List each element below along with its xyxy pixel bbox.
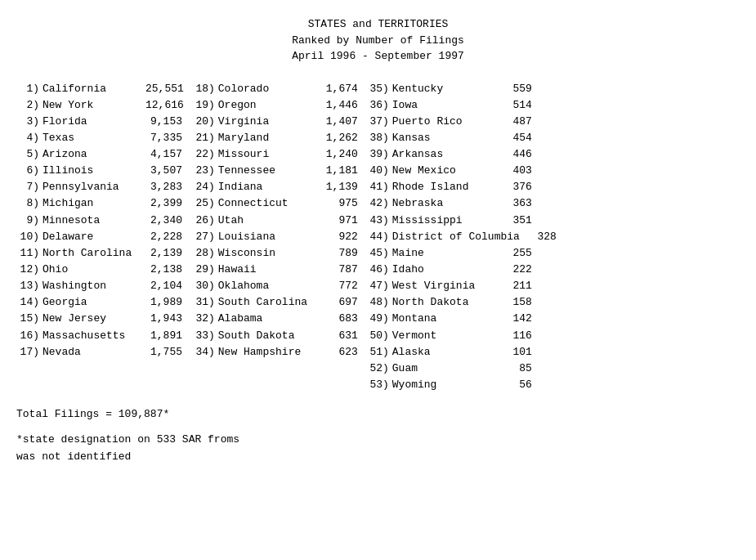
rank-cell: 47) <box>366 278 389 294</box>
table-row: 35)Kentucky559 <box>366 81 565 97</box>
count-cell: 2,228 <box>145 229 190 245</box>
rank-cell: 42) <box>366 195 389 212</box>
count-cell: 116 <box>495 328 540 344</box>
table-row: 37)Puerto Rico487 <box>366 114 565 130</box>
table-row: 20)Virginia1,407 <box>192 114 366 130</box>
state-cell: Arizona <box>39 146 145 163</box>
count-cell: 446 <box>495 146 540 163</box>
count-cell: 158 <box>495 294 540 311</box>
count-cell: 25,551 <box>145 81 192 97</box>
state-cell: Mississippi <box>389 213 495 229</box>
count-cell: 363 <box>495 195 540 212</box>
count-cell: 2,138 <box>145 262 190 278</box>
count-cell: 12,616 <box>145 97 192 114</box>
content: 1)California25,5512)New York12,6163)Flor… <box>16 81 740 394</box>
table-row: 24)Indiana1,139 <box>192 179 366 195</box>
state-cell: Iowa <box>389 97 495 114</box>
rank-cell: 52) <box>366 361 389 377</box>
rank-cell: 26) <box>192 213 215 229</box>
count-cell: 514 <box>495 97 540 114</box>
state-cell: Utah <box>215 213 321 229</box>
state-cell: Arkansas <box>389 146 495 163</box>
count-cell: 1,989 <box>145 294 190 311</box>
table-row: 15)New Jersey1,943 <box>16 311 192 327</box>
table-row: 22)Missouri1,240 <box>192 146 366 163</box>
count-cell: 1,139 <box>321 179 366 195</box>
count-cell: 1,891 <box>145 328 190 344</box>
rank-cell: 50) <box>366 328 389 344</box>
table-row: 40)New Mexico403 <box>366 163 565 179</box>
table-row: 38)Kansas454 <box>366 130 565 146</box>
state-cell: Idaho <box>389 262 495 278</box>
rank-cell: 40) <box>366 163 389 179</box>
rank-cell: 18) <box>192 81 215 97</box>
rank-cell: 48) <box>366 294 389 311</box>
footnote-line1: *state designation on 533 SAR froms <box>16 432 740 449</box>
state-cell: Alabama <box>215 311 321 327</box>
state-cell: Nebraska <box>389 195 495 212</box>
table-row: 41)Rhode Island376 <box>366 179 565 195</box>
state-cell: Maryland <box>215 130 321 146</box>
state-cell: New Jersey <box>39 311 145 327</box>
table-row: 46)Idaho222 <box>366 262 565 278</box>
table-row: 9)Minnesota2,340 <box>16 213 192 229</box>
rank-cell: 30) <box>192 278 215 294</box>
state-cell: Wyoming <box>389 377 495 393</box>
state-cell: Alaska <box>389 344 495 361</box>
rank-cell: 24) <box>192 179 215 195</box>
table-row: 16)Massachusetts1,891 <box>16 328 192 344</box>
table-row: 51)Alaska101 <box>366 344 565 361</box>
state-cell: West Virginia <box>389 278 495 294</box>
state-cell: Massachusetts <box>39 328 145 344</box>
state-cell: Missouri <box>215 146 321 163</box>
rank-cell: 3) <box>16 114 39 130</box>
header-line3: April 1996 - September 1997 <box>16 48 740 65</box>
rank-cell: 1) <box>16 81 39 97</box>
count-cell: 4,157 <box>145 146 190 163</box>
state-cell: California <box>39 81 145 97</box>
count-cell: 2,104 <box>145 278 190 294</box>
count-cell: 1,262 <box>321 130 366 146</box>
rank-cell: 4) <box>16 130 39 146</box>
table-row: 4)Texas7,335 <box>16 130 192 146</box>
rank-cell: 22) <box>192 146 215 163</box>
table-row: 50)Vermont116 <box>366 328 565 344</box>
table-row: 52)Guam85 <box>366 361 565 377</box>
count-cell: 922 <box>321 229 366 245</box>
count-cell: 351 <box>495 213 540 229</box>
table-row: 10)Delaware2,228 <box>16 229 192 245</box>
table-row: 1)California25,551 <box>16 81 192 97</box>
state-cell: Montana <box>389 311 495 327</box>
rank-cell: 45) <box>366 245 389 262</box>
count-cell: 211 <box>495 278 540 294</box>
count-cell: 971 <box>321 213 366 229</box>
state-cell: Tennessee <box>215 163 321 179</box>
rank-cell: 6) <box>16 163 39 179</box>
column-3: 35)Kentucky55936)Iowa51437)Puerto Rico48… <box>366 81 565 394</box>
rank-cell: 36) <box>366 97 389 114</box>
table-row: 14)Georgia1,989 <box>16 294 192 311</box>
state-cell: Hawaii <box>215 262 321 278</box>
rank-cell: 44) <box>366 229 389 245</box>
rank-cell: 53) <box>366 377 389 393</box>
table-row: 30)Oklahoma772 <box>192 278 366 294</box>
count-cell: 328 <box>520 229 565 245</box>
count-cell: 2,139 <box>145 245 190 262</box>
count-cell: 1,240 <box>321 146 366 163</box>
count-cell: 9,153 <box>145 114 190 130</box>
state-cell: Maine <box>389 245 495 262</box>
count-cell: 789 <box>321 245 366 262</box>
rank-cell: 43) <box>366 213 389 229</box>
state-cell: Illinois <box>39 163 145 179</box>
rank-cell: 31) <box>192 294 215 311</box>
rank-cell: 7) <box>16 179 39 195</box>
table-row: 47)West Virginia211 <box>366 278 565 294</box>
rank-cell: 33) <box>192 328 215 344</box>
rank-cell: 5) <box>16 146 39 163</box>
rank-cell: 35) <box>366 81 389 97</box>
table-row: 7)Pennsylvania3,283 <box>16 179 192 195</box>
rank-cell: 17) <box>16 344 39 361</box>
state-cell: South Dakota <box>215 328 321 344</box>
state-cell: Nevada <box>39 344 145 361</box>
count-cell: 787 <box>321 262 366 278</box>
